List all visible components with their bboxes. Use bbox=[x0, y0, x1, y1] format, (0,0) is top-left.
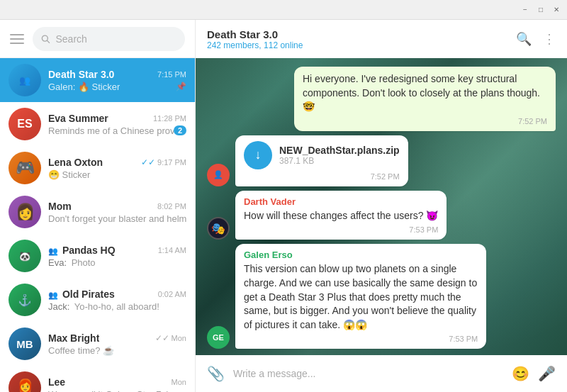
chat-preview: Jack: Yo-ho-ho, all aboard! bbox=[48, 301, 186, 312]
file-name: NEW_DeathStar.plans.zip bbox=[279, 145, 400, 156]
message-sender: Darth Vader bbox=[244, 196, 438, 207]
avatar: MB bbox=[9, 327, 41, 360]
maximize-button[interactable]: □ bbox=[536, 5, 546, 15]
darth-avatar: 🎭 bbox=[207, 217, 230, 240]
chat-area: Death Star 3.0 242 members, 112 online 🔍… bbox=[196, 20, 567, 392]
sidebar-header bbox=[0, 20, 195, 58]
avatar: 👩‍🦰 bbox=[9, 371, 41, 392]
chat-more-icon[interactable]: ⋮ bbox=[543, 31, 556, 47]
message-time: 7:53 PM bbox=[409, 225, 438, 234]
message-time: 7:52 PM bbox=[371, 172, 400, 181]
minimize-button[interactable]: − bbox=[520, 5, 530, 15]
search-input[interactable] bbox=[56, 33, 177, 45]
chat-preview: Reminds me of a Chinese prove... bbox=[48, 125, 174, 136]
chat-item-max-bright[interactable]: MB Max Bright ✓✓ Mon Coffee time? ☕ bbox=[0, 322, 195, 366]
emoji-icon[interactable]: 😊 bbox=[512, 365, 529, 382]
avatar: ⚓ bbox=[9, 284, 41, 316]
chat-name: 👥 Old Pirates bbox=[48, 289, 115, 300]
message-text: Hi everyone. I've redesigned some key st… bbox=[303, 72, 547, 114]
sent-check-icon: ✓✓ bbox=[155, 333, 169, 343]
microphone-icon[interactable]: 🎤 bbox=[538, 365, 556, 382]
chat-header: Death Star 3.0 242 members, 112 online 🔍… bbox=[196, 20, 567, 58]
message-text: This version can blow up two planets on … bbox=[244, 262, 478, 332]
message-sender: Galen Erso bbox=[244, 250, 478, 260]
chat-item-eva-summer[interactable]: ES Eva Summer 11:28 PM Reminds me of a C… bbox=[0, 102, 195, 146]
chat-list: 👥 Death Star 3.0 7:15 PM Galen: 🔥 Sticke… bbox=[0, 58, 195, 392]
message-input[interactable] bbox=[233, 368, 503, 379]
chat-time: 11:28 PM bbox=[153, 114, 186, 123]
chat-preview: Don't forget your blaster and helmet bbox=[48, 213, 186, 224]
chat-item-lee[interactable]: 👩‍🦰 Lee Mon We can call it Galaxy Star 7… bbox=[0, 366, 195, 392]
menu-icon[interactable] bbox=[10, 34, 24, 44]
chat-time: ✓✓ 9:17 PM bbox=[141, 157, 186, 167]
search-icon bbox=[41, 34, 50, 44]
chat-name: Max Bright bbox=[48, 332, 99, 344]
message-input-bar: 📎 😊 🎤 bbox=[196, 355, 567, 392]
message-bubble-file: ↓ NEW_DeathStar.plans.zip 387.1 KB 7:52 … bbox=[235, 135, 408, 186]
chat-preview: We can call it Galaxy Star 7 ;) bbox=[48, 389, 186, 393]
sidebar: 👥 Death Star 3.0 7:15 PM Galen: 🔥 Sticke… bbox=[0, 20, 196, 392]
avatar: 👤 bbox=[207, 164, 230, 186]
file-download-button[interactable]: ↓ bbox=[244, 141, 272, 169]
chat-time: Mon bbox=[172, 378, 186, 386]
attach-icon[interactable]: 📎 bbox=[207, 365, 225, 382]
chat-item-pandas-hq[interactable]: 🐼 👥 Pandas HQ 1:14 AM Eva: Photo bbox=[0, 234, 195, 278]
chat-item-old-pirates[interactable]: ⚓ 👥 Old Pirates 0:02 AM Jack: Yo-ho-ho, … bbox=[0, 278, 195, 322]
chat-time: 1:14 AM bbox=[158, 246, 186, 254]
chat-time: 0:02 AM bbox=[158, 290, 186, 298]
avatar: 👥 bbox=[9, 64, 41, 96]
message-bubble: Darth Vader How will these changes affec… bbox=[235, 191, 447, 240]
chat-name: Mom bbox=[48, 201, 72, 212]
message-bubble: Hi everyone. I've redesigned some key st… bbox=[294, 67, 556, 131]
chat-name: 👥 Pandas HQ bbox=[48, 245, 116, 256]
chat-item-mom[interactable]: 👩 Mom 8:02 PM Don't forget your blaster … bbox=[0, 190, 195, 234]
search-box[interactable] bbox=[33, 27, 185, 51]
chat-header-title: Death Star 3.0 bbox=[207, 28, 303, 40]
message-row: GE Galen Erso This version can blow up t… bbox=[207, 244, 556, 349]
message-row: 👤 ↓ NEW_DeathStar.plans.zip 387.1 KB 7:5… bbox=[207, 135, 556, 186]
chat-time: 7:15 PM bbox=[157, 70, 186, 79]
preview-sender: Galen: 🔥 Sticker bbox=[48, 82, 120, 92]
chat-item-lena-oxton[interactable]: 🎮 Lena Oxton ✓✓ 9:17 PM 😁 Sticker bbox=[0, 146, 195, 190]
message-row: 🎭 Darth Vader How will these changes aff… bbox=[207, 191, 556, 240]
avatar: 🐼 bbox=[9, 240, 41, 272]
svg-line-1 bbox=[47, 40, 49, 43]
chat-header-subtitle: 242 members, 112 online bbox=[207, 40, 303, 50]
avatar: 👩 bbox=[9, 196, 41, 228]
galen-avatar: GE bbox=[207, 326, 230, 349]
message-time: 7:53 PM bbox=[449, 335, 478, 343]
chat-search-icon[interactable]: 🔍 bbox=[516, 31, 532, 47]
close-button[interactable]: ✕ bbox=[551, 5, 561, 15]
chat-name: Eva Summer bbox=[48, 113, 108, 124]
read-check-icon: ✓✓ bbox=[141, 157, 155, 167]
chat-preview: Galen: 🔥 Sticker bbox=[48, 82, 120, 92]
chat-name: Lee bbox=[48, 376, 65, 388]
pin-icon: 📌 bbox=[176, 82, 186, 91]
chat-preview: Eva: Photo bbox=[48, 257, 186, 268]
messages-container: Hi everyone. I've redesigned some key st… bbox=[196, 58, 567, 355]
chat-time: ✓✓ Mon bbox=[155, 333, 186, 343]
chat-name: Death Star 3.0 bbox=[48, 69, 114, 80]
chat-item-death-star[interactable]: 👥 Death Star 3.0 7:15 PM Galen: 🔥 Sticke… bbox=[0, 58, 195, 102]
message-text: How will these changes affect the users?… bbox=[244, 209, 438, 223]
avatar: 🎮 bbox=[9, 152, 41, 184]
message-bubble: Galen Erso This version can blow up two … bbox=[235, 244, 486, 349]
chat-time: 8:02 PM bbox=[157, 202, 186, 211]
chat-name: Lena Oxton bbox=[48, 157, 103, 168]
unread-badge: 2 bbox=[174, 125, 186, 135]
avatar: ES bbox=[9, 108, 41, 140]
app-container: 👥 Death Star 3.0 7:15 PM Galen: 🔥 Sticke… bbox=[0, 20, 567, 392]
chat-preview: Coffee time? ☕ bbox=[48, 345, 186, 356]
titlebar: − □ ✕ bbox=[0, 0, 567, 20]
chat-preview: 😁 Sticker bbox=[48, 169, 186, 180]
message-time: 7:52 PM bbox=[518, 117, 547, 125]
file-size: 387.1 KB bbox=[279, 156, 400, 166]
